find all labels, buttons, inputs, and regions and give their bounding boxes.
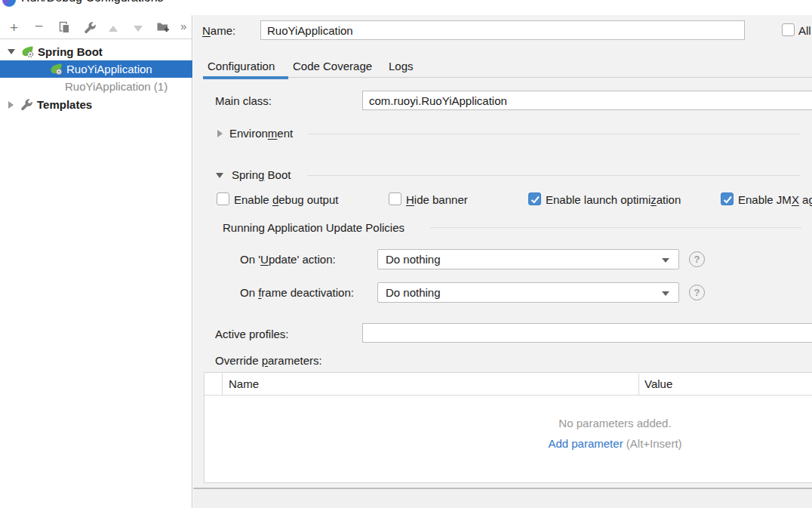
tree-item-label: RuoYiApplication <box>66 63 152 75</box>
window-title: Run/Debug Configurations <box>21 0 164 5</box>
on-frame-deactivation-value: Do nothing <box>386 286 441 299</box>
enable-launch-optimization-checkbox[interactable] <box>528 192 541 205</box>
active-profiles-input[interactable] <box>362 323 812 343</box>
hide-banner-label: Hide banner <box>406 193 468 206</box>
configurations-sidebar: + − » <box>0 15 192 508</box>
move-up-icon[interactable] <box>109 26 118 32</box>
allow-parallel-run-label: All <box>798 24 811 37</box>
allow-parallel-run-checkbox[interactable] <box>782 23 795 36</box>
spring-boot-section-line <box>307 175 800 176</box>
sidebar-toolbar: + − » <box>0 17 192 39</box>
app-icon <box>2 0 16 7</box>
table-header: Name Value <box>205 373 812 396</box>
active-profiles-label: Active profiles: <box>215 328 289 340</box>
add-parameter-shortcut: (Alt+Insert) <box>623 437 682 450</box>
move-down-icon[interactable] <box>134 26 143 32</box>
column-header-name[interactable]: Name <box>229 377 259 390</box>
chevron-right-icon[interactable] <box>8 101 14 109</box>
column-separator[interactable] <box>222 374 223 395</box>
enable-debug-output-checkbox[interactable] <box>217 192 229 205</box>
sidebar-item-templates[interactable]: Templates <box>0 96 192 113</box>
tab-configuration[interactable]: Configuration <box>208 60 275 72</box>
new-folder-icon[interactable] <box>156 20 169 33</box>
selected-tab-indicator <box>203 76 288 79</box>
empty-table-message: No parameters added. <box>205 417 812 429</box>
update-policies-section-title: Running Application Update Policies <box>223 221 404 234</box>
spring-boot-icon <box>21 45 34 58</box>
tab-divider <box>203 77 812 78</box>
enable-debug-output-label: Enable debug output <box>234 193 338 206</box>
update-policies-section-line <box>430 227 801 228</box>
tree-item-label: Spring Boot <box>38 45 103 58</box>
enable-launch-optimization-label: Enable launch optimization <box>546 193 681 206</box>
window-titlebar: Run/Debug Configurations <box>0 0 812 15</box>
enable-jmx-agent-checkbox[interactable] <box>721 192 734 205</box>
chevron-down-icon[interactable] <box>8 49 15 54</box>
hide-banner-checkbox[interactable] <box>389 192 401 205</box>
on-update-action-value: Do nothing <box>386 253 441 266</box>
spring-boot-collapse-icon[interactable] <box>216 173 223 178</box>
name-label: Name: <box>202 24 235 37</box>
spring-boot-icon <box>50 63 63 75</box>
enable-jmx-agent-label: Enable JMX ag <box>738 193 812 206</box>
add-configuration-icon[interactable]: + <box>10 18 18 38</box>
remove-configuration-icon[interactable]: − <box>35 17 43 36</box>
chevron-down-icon <box>662 291 669 296</box>
spring-boot-section-title: Spring Boot <box>232 168 291 181</box>
on-frame-deactivation-label: On frame deactivation: <box>240 286 354 299</box>
main-class-input[interactable] <box>362 91 812 110</box>
on-update-action-select[interactable]: Do nothing <box>377 249 679 269</box>
name-input[interactable] <box>260 20 745 40</box>
column-separator[interactable] <box>638 374 639 395</box>
on-update-action-label: On 'Update' action: <box>240 253 336 266</box>
copy-configuration-icon[interactable] <box>58 21 71 34</box>
configuration-panel: Name: All Configuration Code Coverage Lo… <box>193 15 812 488</box>
tab-code-coverage[interactable]: Code Coverage <box>293 60 372 72</box>
more-actions-icon[interactable]: » <box>180 20 186 32</box>
override-parameters-label: Override parameters: <box>215 354 322 367</box>
tree-item-label: RuoYiApplication (1) <box>65 80 168 93</box>
help-icon[interactable]: ? <box>689 251 705 267</box>
tree-item-label: Templates <box>37 98 92 111</box>
environment-expand-icon[interactable] <box>217 130 223 137</box>
environment-section-title: Environment <box>229 127 293 140</box>
on-frame-deactivation-select[interactable]: Do nothing <box>377 282 679 303</box>
edit-templates-wrench-icon[interactable] <box>84 21 97 34</box>
chevron-down-icon <box>662 258 669 263</box>
main-class-label: Main class: <box>215 94 272 107</box>
sidebar-item-ruoyiapplication-1[interactable]: RuoYiApplication (1) <box>0 78 192 95</box>
override-parameters-table: Name Value No parameters added. Add para… <box>204 372 812 483</box>
add-parameter-link[interactable]: Add parameter <box>548 437 623 450</box>
tab-logs[interactable]: Logs <box>389 60 414 72</box>
environment-section-line <box>308 134 800 134</box>
sidebar-item-ruoyiapplication[interactable]: RuoYiApplication <box>0 60 192 78</box>
add-parameter-row: Add parameter (Alt+Insert) <box>205 437 812 450</box>
dialog-bottom-strip <box>193 488 812 508</box>
help-icon[interactable]: ? <box>689 285 705 300</box>
sidebar-item-spring-boot[interactable]: Spring Boot <box>0 43 192 60</box>
column-header-value[interactable]: Value <box>644 377 672 390</box>
run-debug-configurations-dialog: Run/Debug Configurations + − <box>0 0 812 508</box>
templates-wrench-icon <box>20 98 33 111</box>
